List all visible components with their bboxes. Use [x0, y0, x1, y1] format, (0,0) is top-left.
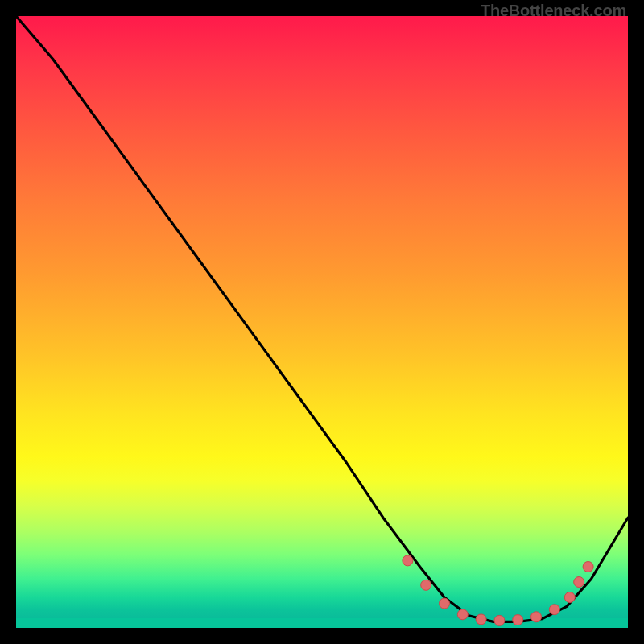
curve-marker: [549, 605, 559, 615]
curve-markers: [402, 555, 593, 626]
curve-marker: [494, 615, 505, 625]
curve-marker: [402, 555, 413, 566]
curve-marker: [564, 592, 575, 603]
curve-marker: [574, 577, 584, 588]
curve-marker: [583, 562, 593, 572]
curve-layer: [16, 16, 628, 628]
attribution-label: TheBottleneck.com: [481, 2, 626, 20]
curve-marker: [531, 612, 542, 622]
bottleneck-curve: [16, 16, 628, 621]
chart-canvas: TheBottleneck.com: [0, 0, 644, 644]
curve-marker: [476, 614, 486, 625]
curve-marker: [457, 609, 468, 620]
curve-marker: [440, 598, 450, 609]
curve-marker: [513, 615, 523, 625]
plot-area: [16, 16, 628, 628]
curve-marker: [421, 580, 431, 590]
